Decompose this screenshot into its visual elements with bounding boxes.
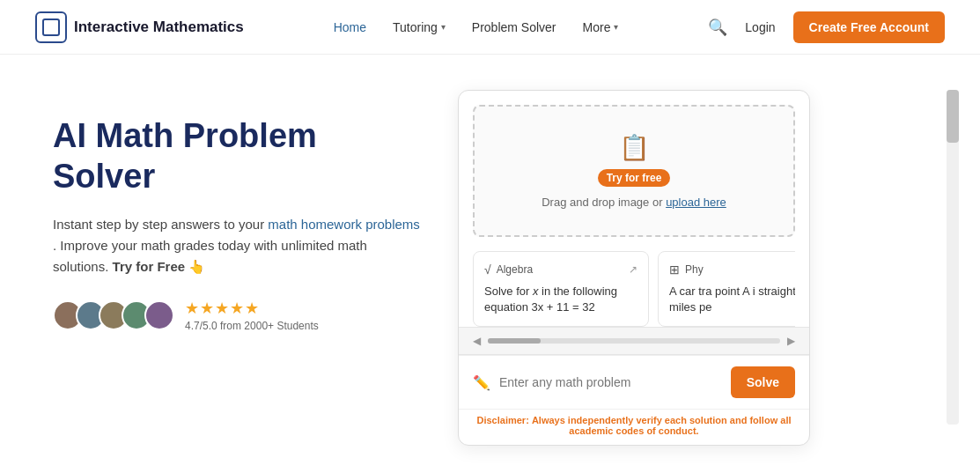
- scroll-thumb: [488, 338, 541, 344]
- upload-area[interactable]: 📋 Try for free Drag and drop image or up…: [473, 105, 795, 237]
- scroll-right-icon[interactable]: ▶: [787, 335, 795, 347]
- vertical-scrollbar[interactable]: [947, 90, 959, 425]
- card-subject-physics: ⊞ Phy: [669, 262, 795, 277]
- physics-icon: ⊞: [669, 262, 680, 277]
- try-free-badge[interactable]: Try for free: [598, 169, 671, 187]
- navbar: Interactive Mathematics Home Tutoring ▾ …: [0, 0, 980, 55]
- social-proof: ★★★★★ 4.7/5.0 from 2000+ Students: [53, 299, 423, 332]
- rating-text: 4.7/5.0 from 2000+ Students: [185, 320, 319, 332]
- card-arrow-icon: ↗: [629, 263, 637, 276]
- upload-text: Drag and drop image or upload here: [492, 196, 776, 209]
- solver-widget: 📋 Try for free Drag and drop image or up…: [458, 90, 810, 446]
- logo[interactable]: Interactive Mathematics: [35, 11, 244, 43]
- math-input[interactable]: [499, 375, 722, 389]
- avatar: [144, 300, 174, 330]
- nav-link-problem-solver[interactable]: Problem Solver: [472, 20, 556, 34]
- rating-info: ★★★★★ 4.7/5.0 from 2000+ Students: [185, 299, 319, 332]
- disclaimer: Disclaimer: Always independently verify …: [459, 409, 809, 445]
- solver-panel: 📋 Try for free Drag and drop image or up…: [458, 90, 945, 473]
- tutoring-chevron-icon: ▾: [441, 22, 446, 32]
- scroll-left-icon[interactable]: ◀: [473, 335, 481, 347]
- physics-card[interactable]: ⊞ Phy A car tra point A i straight miles…: [658, 251, 795, 327]
- nav-link-more[interactable]: More ▾: [583, 20, 619, 34]
- hero-title: AI Math Problem Solver: [53, 116, 423, 196]
- star-rating: ★★★★★: [185, 299, 319, 318]
- disclaimer-bold: Disclaimer:: [477, 415, 529, 425]
- scroll-track: [488, 338, 780, 344]
- card-text-physics: A car tra point A i straight miles pe: [669, 284, 795, 315]
- math-input-row: ✏️ Solve: [459, 355, 809, 409]
- hero-section: AI Math Problem Solver Instant step by s…: [53, 90, 423, 473]
- try-free-text: Try for Free: [113, 259, 186, 274]
- example-cards: √ Algebra ↗ Solve for x in the following…: [473, 251, 795, 327]
- upload-link[interactable]: upload here: [666, 196, 726, 209]
- algebra-icon: √: [484, 262, 491, 277]
- logo-icon-inner: [42, 18, 60, 36]
- search-icon[interactable]: 🔍: [708, 18, 727, 37]
- card-subject-algebra: √ Algebra ↗: [484, 262, 637, 277]
- nav-right: 🔍 Login Create Free Account: [708, 11, 945, 43]
- login-button[interactable]: Login: [745, 20, 775, 34]
- upload-doc-icon: 📋: [492, 133, 776, 162]
- create-account-button[interactable]: Create Free Account: [793, 11, 945, 43]
- scrollbar-thumb[interactable]: [947, 90, 959, 143]
- emoji: 👆: [188, 259, 205, 274]
- card-text-algebra: Solve for x in the following equation 3x…: [484, 284, 637, 315]
- logo-text: Interactive Mathematics: [74, 18, 244, 36]
- solve-button[interactable]: Solve: [731, 366, 795, 398]
- math-homework-link[interactable]: math homework problems: [268, 217, 420, 232]
- avatar-group: [53, 300, 174, 330]
- logo-icon: [35, 11, 67, 43]
- main-content: AI Math Problem Solver Instant step by s…: [0, 55, 980, 473]
- nav-link-tutoring[interactable]: Tutoring ▾: [393, 20, 446, 34]
- horizontal-scrollbar[interactable]: ◀ ▶: [459, 327, 809, 355]
- more-chevron-icon: ▾: [614, 22, 618, 32]
- algebra-card[interactable]: √ Algebra ↗ Solve for x in the following…: [473, 251, 649, 327]
- math-input-icon: ✏️: [473, 374, 490, 391]
- nav-link-home[interactable]: Home: [334, 20, 366, 34]
- disclaimer-text: Always independently verify each solutio…: [532, 415, 792, 436]
- hero-description: Instant step by step answers to your mat…: [53, 214, 423, 277]
- nav-links: Home Tutoring ▾ Problem Solver More ▾: [334, 20, 619, 34]
